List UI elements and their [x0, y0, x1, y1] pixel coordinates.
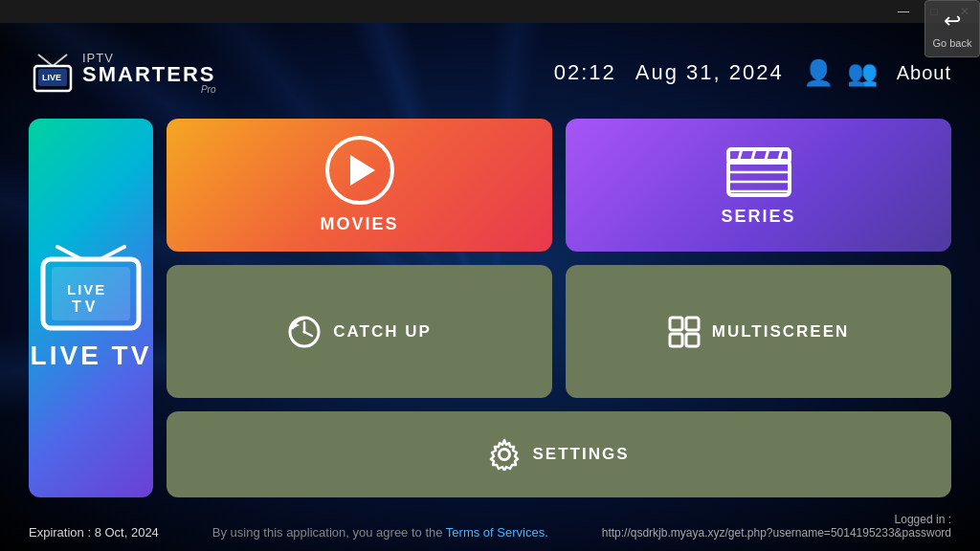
header: LIVE IPTV SMARTERS Pro 02:12 Aug 31, 202… — [0, 23, 980, 119]
logo-text: IPTV SMARTERS Pro — [82, 52, 215, 95]
catchup-content: CATCH UP — [287, 315, 432, 349]
tv-icon: LIVE TV — [29, 245, 153, 341]
logo: LIVE IPTV SMARTERS Pro — [29, 52, 215, 95]
logged-in-url: http://qsdrkjb.myaya.xyz/get.php?usernam… — [602, 526, 951, 540]
play-triangle — [350, 155, 375, 186]
user-icon[interactable]: 👤 — [803, 58, 834, 88]
svg-point-23 — [303, 330, 306, 333]
svg-rect-25 — [670, 318, 682, 330]
footer: Expiration : 8 Oct, 2024 By using this a… — [0, 507, 980, 551]
goback-label: Go back — [933, 37, 972, 49]
svg-rect-27 — [670, 334, 682, 346]
svg-line-0 — [38, 55, 53, 66]
right-grid: MOVIES — [167, 119, 951, 497]
main-content: LIVE IPTV SMARTERS Pro 02:12 Aug 31, 202… — [0, 23, 980, 551]
time-display: 02:12 — [554, 60, 616, 85]
svg-rect-28 — [686, 334, 699, 346]
catchup-label: CATCH UP — [333, 322, 432, 342]
expiry-text: Expiration : 8 Oct, 2024 — [29, 525, 159, 540]
settings-card[interactable]: SETTINGS — [167, 411, 951, 497]
multiscreen-icon — [668, 316, 701, 348]
catchup-card[interactable]: CATCH UP — [167, 265, 552, 398]
logo-icon: LIVE — [29, 53, 77, 93]
play-icon — [325, 136, 394, 205]
movies-label: MOVIES — [320, 214, 398, 234]
svg-text:LIVE: LIVE — [67, 281, 106, 298]
logo-pro: Pro — [82, 85, 215, 95]
grid-area: LIVE TV LIVE TV MOVIES — [0, 119, 980, 507]
goback-button[interactable]: ↩ Go back — [924, 0, 980, 57]
settings-label: SETTINGS — [532, 445, 629, 464]
svg-rect-26 — [686, 318, 699, 330]
svg-rect-11 — [728, 161, 790, 195]
gear-icon — [488, 438, 521, 471]
svg-point-29 — [500, 450, 510, 460]
series-card[interactable]: SERIES — [566, 119, 951, 252]
multiscreen-label: MULTISCREEN — [712, 322, 850, 342]
live-tv-card[interactable]: LIVE TV LIVE TV — [29, 119, 153, 497]
svg-text:TV: TV — [72, 298, 99, 315]
settings-content: SETTINGS — [488, 438, 629, 471]
login-info: Logged in : http://qsdrkjb.myaya.xyz/get… — [602, 513, 951, 540]
multiscreen-content: MULTISCREEN — [668, 316, 850, 348]
about-button[interactable]: About — [897, 62, 951, 84]
back-arrow-icon: ↩ — [944, 9, 961, 33]
logo-smarters: SMARTERS — [82, 64, 215, 85]
header-right: 02:12 Aug 31, 2024 👤 👥 About — [554, 58, 951, 88]
terms-text: By using this application, you agree to … — [212, 525, 548, 540]
terms-prefix: By using this application, you agree to … — [212, 525, 446, 540]
header-icons: 👤 👥 — [803, 58, 878, 88]
clock-icon — [287, 315, 322, 349]
clapperboard-icon — [724, 143, 793, 199]
minimize-button[interactable]: — — [888, 0, 919, 23]
movies-card[interactable]: MOVIES — [167, 119, 552, 252]
multiscreen-card[interactable]: MULTISCREEN — [566, 265, 951, 398]
svg-text:LIVE: LIVE — [42, 73, 61, 82]
logged-in-label: Logged in : — [895, 513, 951, 526]
terms-link[interactable]: Terms of Services. — [446, 525, 548, 540]
svg-line-1 — [53, 55, 67, 66]
date-display: Aug 31, 2024 — [635, 60, 784, 85]
titlebar: — □ ✕ — [0, 0, 980, 23]
users-icon[interactable]: 👥 — [847, 58, 878, 88]
series-label: SERIES — [721, 207, 795, 227]
live-tv-label: LIVE TV — [31, 341, 152, 371]
